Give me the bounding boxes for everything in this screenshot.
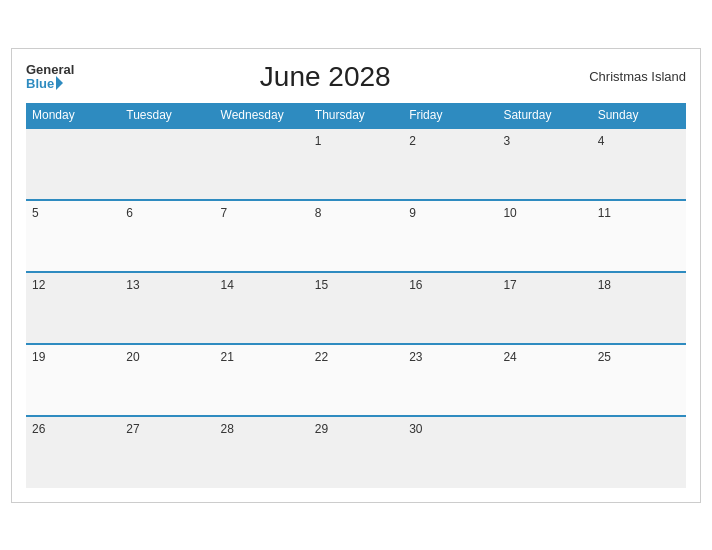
calendar-cell: 22	[309, 344, 403, 416]
day-number: 20	[126, 350, 139, 364]
day-header-wednesday: Wednesday	[215, 103, 309, 128]
day-number: 18	[598, 278, 611, 292]
day-number: 14	[221, 278, 234, 292]
day-number: 3	[503, 134, 510, 148]
calendar-cell: 18	[592, 272, 686, 344]
logo-triangle-icon	[56, 76, 63, 90]
day-number: 6	[126, 206, 133, 220]
calendar-cell: 26	[26, 416, 120, 488]
calendar-cell: 5	[26, 200, 120, 272]
calendar-cell: 30	[403, 416, 497, 488]
logo-general: General	[26, 63, 74, 76]
day-number: 9	[409, 206, 416, 220]
calendar-cell: 27	[120, 416, 214, 488]
day-number: 25	[598, 350, 611, 364]
day-headers-row: MondayTuesdayWednesdayThursdayFridaySatu…	[26, 103, 686, 128]
calendar-week-row: 1234	[26, 128, 686, 200]
calendar-cell: 1	[309, 128, 403, 200]
day-number: 24	[503, 350, 516, 364]
logo-area: General Blue	[26, 63, 74, 91]
day-header-friday: Friday	[403, 103, 497, 128]
calendar-cell: 24	[497, 344, 591, 416]
day-header-saturday: Saturday	[497, 103, 591, 128]
calendar-cell: 21	[215, 344, 309, 416]
calendar-cell: 2	[403, 128, 497, 200]
day-header-tuesday: Tuesday	[120, 103, 214, 128]
calendar-cell: 15	[309, 272, 403, 344]
day-number: 7	[221, 206, 228, 220]
day-header-thursday: Thursday	[309, 103, 403, 128]
day-number: 30	[409, 422, 422, 436]
day-number: 27	[126, 422, 139, 436]
day-number: 28	[221, 422, 234, 436]
calendar-cell: 4	[592, 128, 686, 200]
calendar-cell	[592, 416, 686, 488]
calendar-cell: 6	[120, 200, 214, 272]
calendar-cell: 23	[403, 344, 497, 416]
day-number: 29	[315, 422, 328, 436]
calendar-cell: 13	[120, 272, 214, 344]
calendar-cell: 12	[26, 272, 120, 344]
calendar-week-row: 2627282930	[26, 416, 686, 488]
calendar-cell	[26, 128, 120, 200]
calendar-week-row: 567891011	[26, 200, 686, 272]
day-number: 21	[221, 350, 234, 364]
calendar-cell: 7	[215, 200, 309, 272]
day-number: 16	[409, 278, 422, 292]
calendar-table: MondayTuesdayWednesdayThursdayFridaySatu…	[26, 103, 686, 488]
day-header-monday: Monday	[26, 103, 120, 128]
calendar-cell: 16	[403, 272, 497, 344]
day-number: 15	[315, 278, 328, 292]
calendar-cell: 20	[120, 344, 214, 416]
day-number: 22	[315, 350, 328, 364]
day-number: 10	[503, 206, 516, 220]
day-number: 17	[503, 278, 516, 292]
calendar-container: General Blue June 2028 Christmas Island …	[11, 48, 701, 503]
calendar-cell: 28	[215, 416, 309, 488]
day-number: 13	[126, 278, 139, 292]
day-number: 26	[32, 422, 45, 436]
day-header-sunday: Sunday	[592, 103, 686, 128]
day-number: 12	[32, 278, 45, 292]
calendar-cell: 11	[592, 200, 686, 272]
day-number: 11	[598, 206, 611, 220]
day-number: 23	[409, 350, 422, 364]
day-number: 8	[315, 206, 322, 220]
calendar-cell: 19	[26, 344, 120, 416]
calendar-cell	[215, 128, 309, 200]
calendar-cell: 29	[309, 416, 403, 488]
calendar-cell: 3	[497, 128, 591, 200]
calendar-cell	[497, 416, 591, 488]
calendar-header: General Blue June 2028 Christmas Island	[26, 61, 686, 93]
calendar-cell: 10	[497, 200, 591, 272]
day-number: 19	[32, 350, 45, 364]
calendar-cell: 9	[403, 200, 497, 272]
logo-blue: Blue	[26, 76, 63, 91]
calendar-location: Christmas Island	[576, 69, 686, 84]
calendar-cell	[120, 128, 214, 200]
calendar-week-row: 12131415161718	[26, 272, 686, 344]
calendar-cell: 14	[215, 272, 309, 344]
calendar-week-row: 19202122232425	[26, 344, 686, 416]
day-number: 2	[409, 134, 416, 148]
day-number: 4	[598, 134, 605, 148]
calendar-cell: 25	[592, 344, 686, 416]
day-number: 5	[32, 206, 39, 220]
calendar-cell: 8	[309, 200, 403, 272]
calendar-title: June 2028	[74, 61, 576, 93]
day-number: 1	[315, 134, 322, 148]
calendar-cell: 17	[497, 272, 591, 344]
